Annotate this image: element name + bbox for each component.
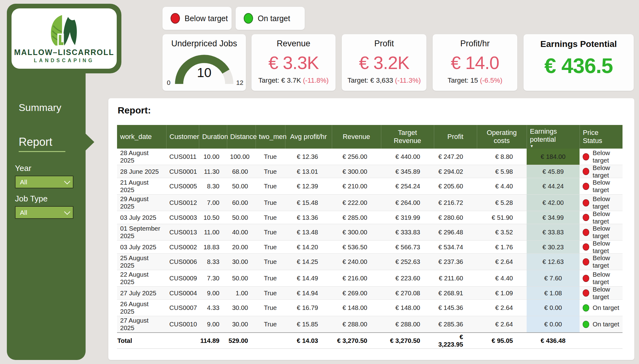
total-revenue: € 3,270.50 <box>332 333 381 349</box>
sidebar-item-summary[interactable]: Summary <box>19 102 61 113</box>
below-target-dot-icon <box>171 13 180 24</box>
cell-duration: 7.30 <box>199 270 227 287</box>
kpi-target-text: Target: € 3.7K <box>258 76 303 84</box>
cell-work-date: 28 August 2025 <box>117 149 166 165</box>
jobtype-filter-dropdown[interactable]: All <box>15 206 73 219</box>
column-header-earnings-potential[interactable]: Earnings potential ▼ <box>527 125 580 149</box>
sidebar-item-report[interactable]: Report <box>19 136 52 149</box>
cell-duration: 7.00 <box>199 195 227 211</box>
cell-work-date: 03 July 2025 <box>117 241 166 254</box>
cell-operating-costs: € 5.28 <box>477 195 527 211</box>
cell-price-status: Below target <box>580 211 623 224</box>
kpi-target-delta: (-11.8%) <box>303 76 329 84</box>
cell-revenue: € 269.00 <box>332 287 381 300</box>
table-row[interactable]: 28 August 2025 CUS0011 10.00 100.00 True… <box>117 149 623 165</box>
cell-earnings-potential: € 0.00 <box>527 316 580 333</box>
column-header-work-date[interactable]: work_date <box>117 125 166 149</box>
status-dot-icon <box>583 153 589 160</box>
chevron-down-icon <box>64 209 70 215</box>
column-header-distance[interactable]: Distance <box>227 125 256 149</box>
cell-revenue: € 536.50 <box>332 241 381 254</box>
cell-price-status: On target <box>580 300 623 316</box>
cell-status-label: Below target <box>593 254 619 269</box>
cell-customer: CUS0013 <box>166 224 199 241</box>
cell-avg-profit-hr: € 15.85 <box>285 316 332 333</box>
column-header-revenue[interactable]: Revenue <box>332 125 381 149</box>
cell-earnings-potential: € 7.60 <box>527 270 580 287</box>
kpi-target: Target: 15 (-6.5%) <box>433 76 517 85</box>
table-row[interactable]: 28 June 2025 CUS0001 11.30 68.00 True € … <box>117 165 623 178</box>
table-row[interactable]: 01 September 2025 CUS0013 11.00 40.00 Tr… <box>117 224 623 241</box>
cell-status-label: Below target <box>593 149 619 164</box>
table-row[interactable]: 27 July 2025 CUS0004 9.00 1.00 True € 14… <box>117 287 623 300</box>
cell-avg-profit-hr: € 13.01 <box>285 165 332 178</box>
cell-operating-costs: € 3.52 <box>477 224 527 241</box>
kpi-earnings-potential: Earnings Potential € 436.5 <box>524 34 634 91</box>
kpi-target-delta: (-6.5%) <box>480 76 502 84</box>
column-header-operating-costs[interactable]: Operating costs <box>477 125 527 149</box>
column-header-profit[interactable]: Profit <box>434 125 477 149</box>
cell-earnings-potential: € 184.00 <box>527 149 580 165</box>
cell-earnings-potential: € 12.63 <box>527 254 580 270</box>
report-table: work_date Customer Duration Distance two… <box>117 125 623 349</box>
cell-earnings-potential: € 33.83 <box>527 224 580 241</box>
gauge-value: 10 <box>162 65 246 80</box>
cell-avg-profit-hr: € 16.79 <box>285 300 332 316</box>
cell-earnings-potential: € 44.24 <box>527 178 580 195</box>
cell-target-revenue: € 288.00 <box>381 316 434 333</box>
cell-price-status: Below target <box>580 149 623 165</box>
cell-target-revenue: € 252.63 <box>381 254 434 270</box>
kpi-profit-per-hour: Profit/hr € 14.0 Target: 15 (-6.5%) <box>433 34 517 91</box>
status-dot-icon <box>583 243 589 251</box>
report-title: Report: <box>118 105 151 116</box>
total-target-revenue: € 3,270.50 <box>381 333 434 349</box>
gauge-max-label: 12 <box>236 79 243 86</box>
column-header-price-status[interactable]: Price Status <box>580 125 623 149</box>
cell-avg-profit-hr: € 14.94 <box>285 287 332 300</box>
year-filter-dropdown[interactable]: All <box>15 176 73 188</box>
cell-profit: € 216.72 <box>434 195 477 211</box>
cell-profit: € 294.02 <box>434 165 477 178</box>
table-header-row: work_date Customer Duration Distance two… <box>117 125 623 149</box>
cell-two-men: True <box>256 316 285 333</box>
table-row[interactable]: 25 August 2025 CUS0006 8.33 30.00 True €… <box>117 254 623 270</box>
column-header-avg-profit-hr[interactable]: Avg profit/hr <box>285 125 332 149</box>
kpi-value: € 3.2K <box>342 52 426 73</box>
table-row[interactable]: 21 August 2025 CUS0005 8.30 50.00 True €… <box>117 178 623 195</box>
table-row[interactable]: 27 August 2025 CUS0010 9.00 30.00 True €… <box>117 316 623 333</box>
cell-customer: CUS0002 <box>166 241 199 254</box>
cell-price-status: On target <box>580 316 623 333</box>
status-dot-icon <box>583 168 589 175</box>
cell-duration: 18.83 <box>199 241 227 254</box>
column-header-duration[interactable]: Duration <box>199 125 227 149</box>
kpi-profit: Profit € 3.2K Target: € 3,633 (-11.3%) <box>342 34 426 91</box>
column-header-two-men[interactable]: two_men <box>256 125 285 149</box>
cell-two-men: True <box>256 287 285 300</box>
total-earnings-potential: € 436.48 <box>527 333 580 349</box>
cell-earnings-potential: € 42.00 <box>527 195 580 211</box>
cell-revenue: € 210.00 <box>332 178 381 195</box>
table-row[interactable]: 26 August 2025 CUS0007 4.33 30.00 True €… <box>117 300 623 316</box>
column-header-target-revenue[interactable]: Target Revenue <box>381 125 434 149</box>
cell-target-revenue: € 566.73 <box>381 241 434 254</box>
cell-revenue: € 222.00 <box>332 195 381 211</box>
table-row[interactable]: 22 August 2025 CUS0009 7.30 50.00 True €… <box>117 270 623 287</box>
cell-target-revenue: € 440.00 <box>381 149 434 165</box>
cell-distance: 1.00 <box>227 287 256 300</box>
underpriced-jobs-gauge: 10 0 12 <box>162 48 246 91</box>
column-header-customer[interactable]: Customer <box>166 125 199 149</box>
table-row[interactable]: 03 July 2025 CUS0003 10.50 50.00 True € … <box>117 211 623 224</box>
cell-work-date: 29 August 2025 <box>117 195 166 211</box>
cell-distance: 60.00 <box>227 195 256 211</box>
table-row[interactable]: 03 July 2025 CUS0002 18.83 20.00 True € … <box>117 241 623 254</box>
legend-on-label: On target <box>258 14 290 23</box>
cell-work-date: 27 August 2025 <box>117 316 166 333</box>
cell-duration: 11.30 <box>199 165 227 178</box>
status-dot-icon <box>583 275 589 282</box>
table-row[interactable]: 29 August 2025 CUS0012 7.00 60.00 True €… <box>117 195 623 211</box>
cell-customer: CUS0011 <box>166 149 199 165</box>
cell-duration: 9.00 <box>199 287 227 300</box>
cell-distance: 20.00 <box>227 241 256 254</box>
report-table-body: 28 August 2025 CUS0011 10.00 100.00 True… <box>117 149 623 333</box>
sort-desc-icon[interactable]: ▼ <box>530 144 576 148</box>
